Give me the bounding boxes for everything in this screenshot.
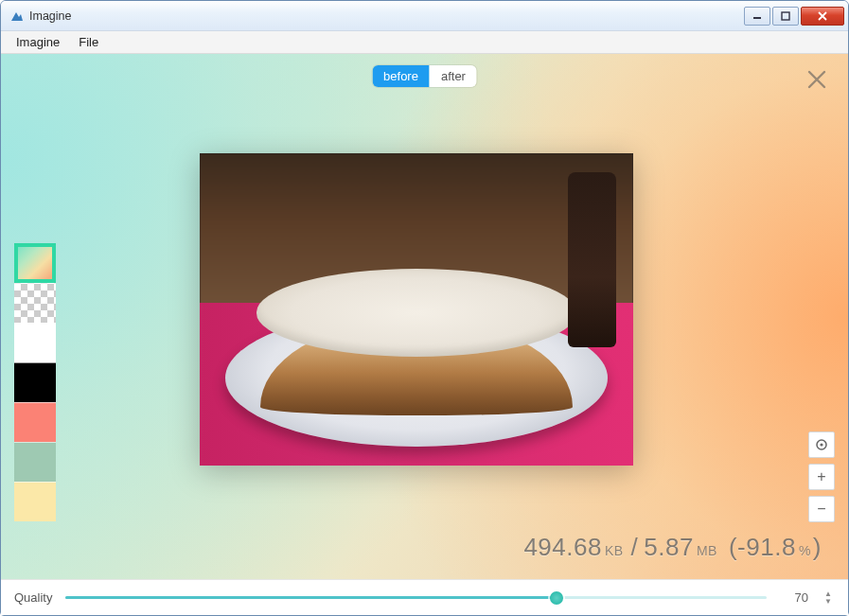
svg-point-4 — [820, 443, 822, 446]
swatch-teal[interactable] — [14, 442, 56, 482]
swatch-cream[interactable] — [14, 482, 56, 521]
swatch-white[interactable] — [14, 323, 56, 362]
minimize-button[interactable] — [744, 7, 770, 26]
image-preview[interactable] — [200, 153, 633, 466]
toggle-after[interactable]: after — [430, 65, 477, 87]
before-unit: KB — [605, 543, 624, 558]
quality-value: 70 — [780, 590, 808, 605]
quality-label: Quality — [14, 590, 52, 605]
stepper-down-icon[interactable]: ▼ — [822, 598, 835, 605]
before-size: 494.68 — [523, 533, 602, 562]
toggle-before[interactable]: before — [372, 65, 430, 87]
svg-rect-1 — [753, 17, 761, 19]
svg-marker-0 — [11, 12, 23, 21]
zoom-controls: + − — [808, 431, 835, 522]
compression-stats: 494.68 KB / 5.87 MB (-91.8%) — [523, 533, 822, 562]
after-size: 5.87 — [644, 533, 694, 562]
menu-imagine[interactable]: Imagine — [7, 33, 69, 51]
titlebar[interactable]: Imagine — [1, 1, 848, 31]
quality-stepper[interactable]: ▲ ▼ — [822, 590, 835, 607]
menubar: Imagine File — [1, 31, 848, 54]
close-preview-button[interactable] — [803, 65, 831, 94]
zoom-out-button[interactable]: − — [808, 496, 835, 522]
preview-image — [200, 153, 633, 466]
window-title: Imagine — [29, 9, 71, 23]
app-window: Imagine Imagine File before after — [0, 0, 849, 616]
window-controls — [744, 7, 848, 26]
app-icon — [9, 9, 24, 24]
svg-rect-2 — [782, 12, 789, 20]
workspace: before after — [1, 54, 848, 579]
swatch-gradient[interactable] — [14, 243, 56, 283]
swatch-black[interactable] — [14, 362, 56, 402]
swatch-salmon[interactable] — [14, 402, 56, 442]
change-pct: -91.8 — [737, 533, 796, 561]
menu-file[interactable]: File — [69, 33, 108, 51]
quality-bar: Quality 70 ▲ ▼ — [1, 579, 848, 615]
swatch-transparent[interactable] — [14, 283, 56, 323]
close-window-button[interactable] — [801, 7, 844, 26]
maximize-button[interactable] — [772, 7, 799, 26]
before-after-toggle[interactable]: before after — [372, 65, 477, 87]
zoom-in-button[interactable]: + — [808, 464, 835, 490]
zoom-fit-button[interactable] — [808, 431, 835, 458]
quality-slider[interactable] — [65, 590, 767, 606]
background-swatches — [14, 243, 56, 521]
stepper-up-icon[interactable]: ▲ — [822, 590, 835, 597]
after-unit: MB — [697, 543, 717, 558]
